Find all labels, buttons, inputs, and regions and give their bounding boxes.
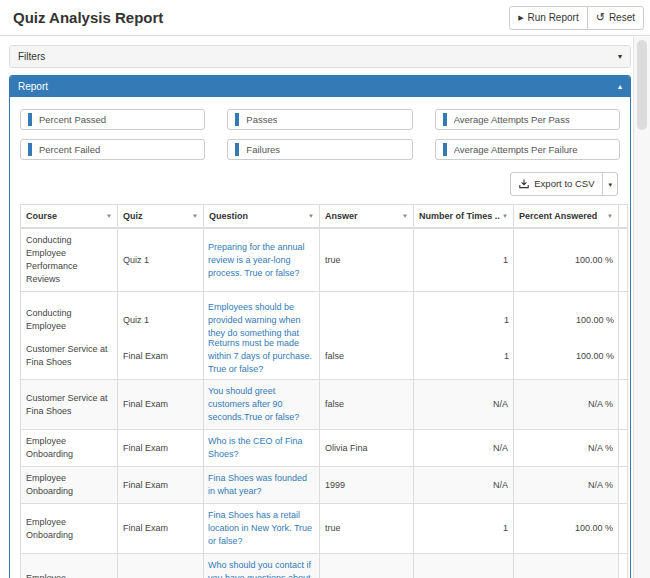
run-icon: ▶ [518, 14, 523, 21]
metric-percent-failed: Percent Failed [20, 139, 205, 160]
table-row: Employee Onboarding Final Exam Fina Shoe… [21, 467, 627, 504]
run-report-button[interactable]: ▶ Run Report [509, 6, 588, 30]
table-scrollbar-track[interactable] [619, 380, 627, 429]
cell-number-of-times: 1 [414, 229, 514, 291]
page-scrollbar-thumb[interactable] [637, 40, 647, 130]
cell-answer: true [320, 504, 414, 553]
metrics-grid: Percent Passed Passes Average Attempts P… [20, 109, 620, 160]
column-header-course[interactable]: Course ▼ [21, 205, 118, 227]
column-header-answer[interactable]: Answer ▼ [320, 205, 414, 227]
question-link[interactable]: Preparing for the annual review is a yea… [208, 241, 315, 280]
report-panel-title: Report [18, 81, 48, 92]
column-header-quiz[interactable]: Quiz ▼ [118, 205, 204, 227]
page-title: Quiz Analysis Report [13, 9, 163, 26]
cell-number-of-times: N/A [414, 467, 514, 503]
report-actions: ▶ Run Report ↺ Reset [509, 6, 644, 30]
cell-question: Preparing for the annual review is a yea… [204, 229, 320, 291]
question-link[interactable]: Who should you contact if you have quest… [208, 559, 315, 578]
metric-accent-bar [443, 143, 447, 156]
cell-quiz: Final Exam [118, 380, 204, 429]
table-row: Customer Service at Fina Shoes Final Exa… [21, 380, 627, 430]
export-row: Export to CSV ▾ [20, 172, 618, 196]
metric-accent-bar [235, 113, 239, 126]
question-link[interactable]: Returns must be made within 7 days of pu… [208, 337, 316, 376]
cell-course: Employee Onboarding [21, 504, 118, 553]
scrollbar-spacer [619, 205, 627, 227]
table-scrollbar-track[interactable] [619, 292, 627, 379]
table-row: Employee Onboarding Final Exam Who is th… [21, 430, 627, 467]
sort-caret-icon: ▼ [192, 213, 198, 219]
cell-course: Employee Onboarding [21, 467, 118, 503]
chevron-up-icon: ▴ [618, 82, 622, 91]
chevron-down-icon: ▾ [618, 52, 622, 61]
report-panel-header[interactable]: Report ▴ [10, 76, 630, 97]
metric-label: Passes [246, 114, 277, 125]
cell-question: Returns must be made within 7 days of pu… [204, 312, 320, 380]
table-row-overlapped: Conducting Employee Quiz 1 Employees sho… [21, 292, 627, 380]
export-dropdown-button[interactable]: ▾ [602, 172, 618, 196]
cell-number-of-times: 1 [414, 504, 514, 553]
question-link[interactable]: Fina Shoes has a retail location in New … [208, 509, 315, 548]
table-row: Customer Service at Fina Shoes Final Exa… [21, 312, 619, 380]
main-content: Filters ▾ Report ▴ Percent Passed Passes [9, 45, 631, 578]
export-csv-label: Export to CSV [534, 179, 594, 189]
metric-average-attempts-per-failure: Average Attempts Per Failure [435, 139, 620, 160]
table-header-row: Course ▼ Quiz ▼ Question ▼ Answer [21, 205, 627, 229]
metric-passes: Passes [227, 109, 412, 130]
cell-quiz: Final Exam [118, 467, 204, 503]
cell-number-of-times: N/A [414, 380, 514, 429]
sort-caret-icon: ▼ [106, 213, 112, 219]
table-row: Conducting Employee Performance Reviews … [21, 229, 627, 292]
reset-icon: ↺ [596, 14, 605, 21]
reset-button[interactable]: ↺ Reset [587, 6, 644, 30]
table-row: Employee Onboarding Final Exam Who shoul… [21, 554, 627, 578]
table-scrollbar-track[interactable] [619, 430, 627, 466]
metric-label: Average Attempts Per Failure [454, 144, 578, 155]
metric-label: Failures [246, 144, 280, 155]
cell-question: Who is the CEO of Fina Shoes? [204, 430, 320, 466]
page-scrollbar[interactable] [633, 37, 650, 578]
cell-question: Fina Shoes was founded in what year? [204, 467, 320, 503]
question-link[interactable]: Who is the CEO of Fina Shoes? [208, 435, 315, 461]
metric-label: Percent Failed [39, 144, 100, 155]
filters-panel-header[interactable]: Filters ▾ [10, 46, 630, 67]
question-link[interactable]: Fina Shoes was founded in what year? [208, 472, 315, 498]
metric-accent-bar [443, 113, 447, 126]
metric-average-attempts-per-pass: Average Attempts Per Pass [435, 109, 620, 130]
column-header-percent-answered[interactable]: Percent Answered ▼ [514, 205, 619, 227]
table-row: Employee Onboarding Final Exam Fina Shoe… [21, 504, 627, 554]
report-table: Course ▼ Quiz ▼ Question ▼ Answer [20, 204, 628, 578]
cell-course: Customer Service at Fina Shoes [21, 380, 118, 429]
cell-quiz: Final Exam [118, 312, 204, 380]
filters-panel: Filters ▾ [9, 45, 631, 68]
table-scrollbar-track[interactable] [619, 504, 627, 553]
sort-caret-icon: ▼ [308, 213, 314, 219]
top-bar: Quiz Analysis Report ▶ Run Report ↺ Rese… [0, 0, 650, 36]
cell-quiz: Final Exam [118, 504, 204, 553]
metric-accent-bar [28, 143, 32, 156]
column-header-number-of-times[interactable]: Number of Times ... ▼ [414, 205, 514, 227]
cell-answer: false [320, 312, 414, 380]
cell-percent-answered: N/A % [514, 380, 619, 429]
table-scrollbar-track[interactable] [619, 467, 627, 503]
cell-answer: 1999 [320, 467, 414, 503]
cell-quiz: Final Exam [118, 430, 204, 466]
cell-answer: Olivia Fina [320, 430, 414, 466]
question-link[interactable]: You should greet customers after 90 seco… [208, 385, 315, 424]
reset-label: Reset [609, 13, 635, 23]
table-scrollbar-track[interactable] [619, 229, 627, 291]
cell-percent-answered: N/A % [514, 430, 619, 466]
cell-answer: James Lee [320, 554, 414, 578]
metric-accent-bar [28, 113, 32, 126]
export-csv-button[interactable]: Export to CSV [510, 172, 603, 196]
cell-quiz: Final Exam [118, 554, 204, 578]
sort-caret-icon: ▼ [607, 213, 613, 219]
cell-question: Who should you contact if you have quest… [204, 554, 320, 578]
table-scrollbar-track[interactable] [619, 554, 627, 578]
cell-percent-answered: N/A % [514, 467, 619, 503]
metric-accent-bar [235, 143, 239, 156]
cell-course: Employee Onboarding [21, 554, 118, 578]
download-icon [519, 179, 529, 189]
cell-question: Fina Shoes has a retail location in New … [204, 504, 320, 553]
column-header-question[interactable]: Question ▼ [204, 205, 320, 227]
